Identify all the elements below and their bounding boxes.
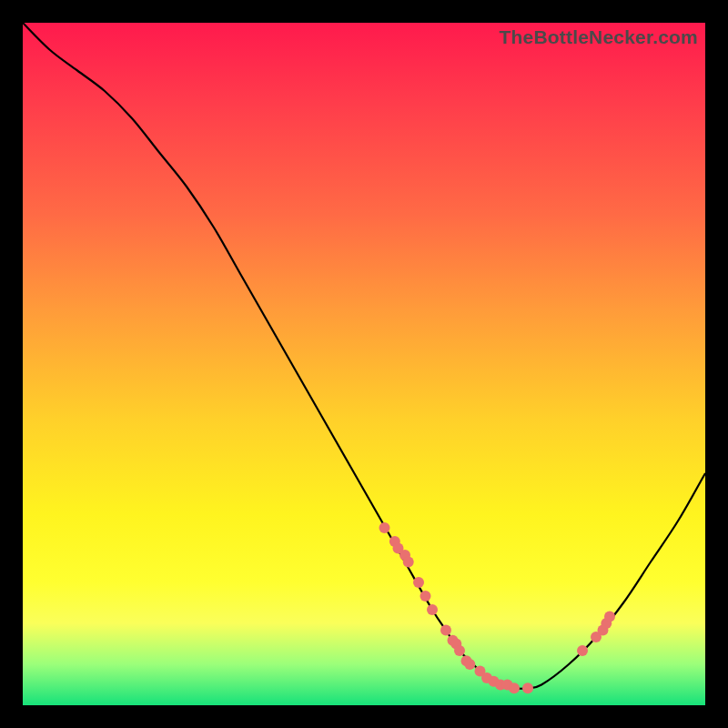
plot-svg — [23, 23, 705, 705]
marker-point — [440, 625, 451, 636]
marker-point — [403, 557, 414, 568]
marker-point — [577, 645, 588, 656]
bottleneck-curve — [23, 23, 705, 689]
chart-area: TheBottleNecker.com — [23, 23, 705, 705]
marker-point — [454, 645, 465, 656]
marker-point — [413, 577, 424, 588]
marker-point — [509, 682, 520, 693]
marker-point — [420, 591, 431, 602]
marker-point — [604, 612, 615, 622]
watermark-label: TheBottleNecker.com — [499, 26, 698, 48]
marker-group — [379, 522, 616, 693]
marker-point — [427, 604, 438, 615]
marker-point — [522, 682, 533, 693]
marker-point — [464, 659, 475, 670]
marker-point — [379, 522, 390, 533]
